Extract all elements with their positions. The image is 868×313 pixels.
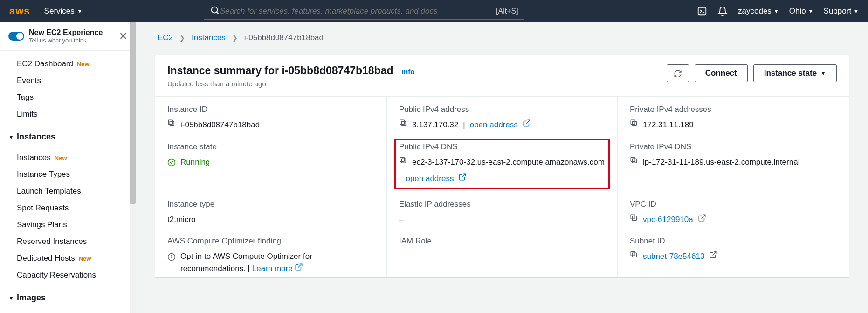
aws-logo[interactable]: aws [9,5,30,17]
private-ipv4-label: Private IPv4 addresses [630,105,837,114]
new-experience-banner: New EC2 Experience Tell us what you thin… [0,22,136,51]
sidebar-item-label: Limits [17,110,37,119]
open-address-link[interactable]: open address [470,119,518,131]
search-hint: [Alt+S] [496,7,518,15]
sidebar-item-dedicated-hosts[interactable]: Dedicated HostsNew [0,250,136,267]
chevron-down-icon: ▼ [8,295,14,301]
sidebar-item-instance-types[interactable]: Instance Types [0,166,136,183]
external-link-icon[interactable] [458,173,467,181]
search-input[interactable] [220,7,491,16]
instance-type-value: t2.micro [167,214,195,226]
instance-id-value: i-05bb8d08747b18bad [180,119,260,131]
close-icon[interactable]: ✕ [119,30,127,42]
copy-icon[interactable] [399,119,407,127]
sidebar-section-images[interactable]: ▼ Images [0,288,136,306]
cloudshell-icon[interactable] [697,6,707,16]
sidebar-item-label: Spot Requests [17,203,69,213]
instance-state-button[interactable]: Instance state▼ [753,64,837,82]
sidebar-item-capacity-reservations[interactable]: Capacity Reservations [0,267,136,284]
instance-state-value: Running [180,156,210,168]
new-experience-toggle[interactable] [8,32,24,41]
services-menu[interactable]: Services ▼ [44,7,83,16]
subnet-id-link[interactable]: subnet-78e54613 [643,250,704,263]
instance-summary-panel: Instance summary for i-05bb8d08747b18bad… [155,55,849,278]
public-ipv4-value: 3.137.170.32 [412,119,458,131]
subnet-id-label: Subnet ID [630,236,837,246]
new-experience-title: New EC2 Experience [29,28,103,37]
new-badge: New [55,154,67,161]
learn-more-link[interactable]: Learn more [252,264,293,273]
sidebar-item-reserved-instances[interactable]: Reserved Instances [0,233,136,250]
copy-icon[interactable] [630,250,638,259]
sidebar-section-instances[interactable]: ▼ Instances [0,127,136,145]
external-link-icon[interactable] [709,250,717,259]
services-label: Services [44,7,75,16]
copy-icon[interactable] [630,214,638,222]
sidebar-item-label: Tags [17,93,34,102]
region-menu[interactable]: Ohio▼ [789,7,813,16]
external-link-icon[interactable] [698,214,706,222]
sidebar-item-label: Instance Types [17,170,70,179]
support-menu[interactable]: Support▼ [824,7,859,16]
account-menu[interactable]: zaycodes▼ [738,7,779,16]
sidebar-item-spot-requests[interactable]: Spot Requests [0,200,136,216]
sidebar-item-label: Dedicated Hosts [17,254,75,263]
sidebar-item-events[interactable]: Events [0,72,136,89]
instance-id-label: Instance ID [167,105,374,114]
external-link-icon[interactable] [295,263,303,271]
external-link-icon[interactable] [523,119,531,127]
breadcrumb-instances[interactable]: Instances [192,33,226,42]
public-dns-label: Public IPv4 DNS [399,142,605,152]
private-dns-value: ip-172-31-11-189.us-east-2.compute.inter… [643,156,799,168]
highlighted-region: Public IPv4 DNS ec2-3-137-170-32.us-east… [394,139,610,189]
status-ok-icon [167,156,176,168]
refresh-button[interactable] [667,64,689,82]
sidebar-item-label: Capacity Reservations [17,271,96,280]
scrollbar-thumb[interactable] [130,22,136,204]
top-navigation: aws Services ▼ [Alt+S] zaycodes▼ Ohio▼ S… [0,0,868,22]
instance-state-label: Instance state [167,142,374,152]
connect-button[interactable]: Connect [695,64,748,82]
global-search[interactable]: [Alt+S] [204,3,524,20]
sidebar-item-instances[interactable]: InstancesNew [0,149,136,166]
updated-text: Updated less than a minute ago [167,80,414,88]
caret-down-icon: ▼ [820,70,826,77]
open-address-link[interactable]: open address [406,173,454,185]
breadcrumb-current: i-05bb8d08747b18bad [244,33,324,42]
breadcrumb: EC2 ❯ Instances ❯ i-05bb8d08747b18bad [155,33,849,42]
notifications-icon[interactable] [717,6,728,16]
copy-icon[interactable] [167,119,176,127]
sidebar-item-label: Launch Templates [17,187,81,196]
optimizer-label: AWS Compute Optimizer finding [167,236,374,246]
new-badge: New [79,255,91,262]
sidebar-item-limits[interactable]: Limits [0,106,136,123]
sidebar-item-tags[interactable]: Tags [0,89,136,106]
iam-role-value: – [399,250,403,263]
vpc-id-label: VPC ID [630,200,837,209]
search-icon [210,5,220,17]
vpc-id-link[interactable]: vpc-6129910a [643,214,693,226]
sidebar-item-savings-plans[interactable]: Savings Plans [0,216,136,233]
sidebar: New EC2 Experience Tell us what you thin… [0,22,136,313]
new-badge: New [77,61,90,68]
caret-down-icon: ▼ [854,8,859,14]
info-link[interactable]: Info [402,68,415,76]
breadcrumb-ec2[interactable]: EC2 [158,33,173,42]
copy-icon[interactable] [399,156,407,165]
elastic-ip-label: Elastic IP addresses [399,200,605,209]
private-ipv4-value: 172.31.11.189 [643,119,694,131]
sidebar-item-label: Savings Plans [17,220,67,230]
copy-icon[interactable] [630,119,638,127]
sidebar-item-launch-templates[interactable]: Launch Templates [0,183,136,200]
sidebar-item-label: EC2 Dashboard [17,59,73,69]
sidebar-item-ec2-dashboard[interactable]: EC2 DashboardNew [0,56,136,72]
sidebar-item-label: Instances [17,153,51,162]
elastic-ip-value: – [399,214,403,226]
chevron-right-icon: ❯ [232,34,238,42]
private-dns-label: Private IPv4 DNS [630,142,837,152]
new-experience-sub[interactable]: Tell us what you think [29,37,103,44]
caret-down-icon: ▼ [808,8,813,14]
copy-icon[interactable] [630,156,638,165]
scrollbar[interactable] [130,22,136,313]
chevron-right-icon: ❯ [179,34,185,42]
